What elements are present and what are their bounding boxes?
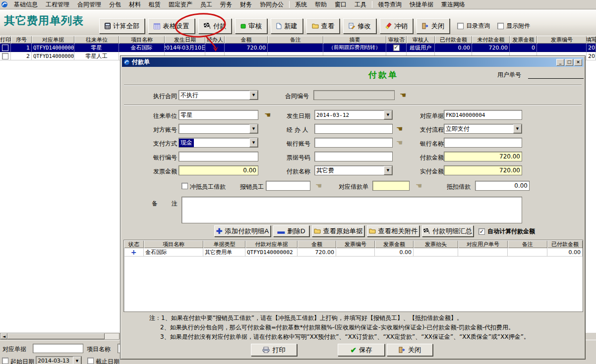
view-button[interactable]: 查看 [306,18,340,34]
column-header[interactable]: 对应用户单号 [458,240,508,248]
pay-button[interactable]: 付款 [198,18,232,34]
reverse-button[interactable]: 冲销 [380,18,413,34]
audit-checkbox[interactable] [393,45,400,51]
chevron-down-icon[interactable]: ▼ [384,110,392,119]
detail-row[interactable]: + 金石国际 其它费用单 QTFYD140000002 720.00 0.00 … [124,248,583,257]
pay-amount-input[interactable]: 720.00 [444,152,522,161]
end-date-checkbox[interactable] [87,358,94,364]
offset-loan-checkbox[interactable] [181,183,188,189]
new-button[interactable]: 新建 [271,18,303,34]
picker-hand-icon[interactable]: ☚ [400,92,406,99]
print-button[interactable]: 打印 [251,344,297,356]
close-icon[interactable]: × [574,59,582,66]
handler-input[interactable] [314,124,393,134]
column-header[interactable]: 付款对应单据 [245,240,298,248]
scrollbar-thumb[interactable] [7,333,105,339]
column-header[interactable]: 项目名称 [119,36,165,44]
menu-item[interactable]: 财务 [236,0,256,9]
column-header[interactable]: 发票编号 [336,240,375,248]
picker-hand-icon[interactable]: ☚ [396,125,403,133]
column-header[interactable]: 审核否 [386,36,407,44]
menu-item[interactable]: 租赁 [145,0,165,9]
dialog-close-button[interactable]: 关闭 [387,344,433,356]
invoice-amount-input[interactable]: 0.00 [179,165,258,175]
exec-contract-select[interactable]: 不执行 ▼ [179,90,258,100]
dialog-titlebar[interactable]: 付款单 _ □ × [122,57,584,67]
column-header[interactable]: 金额 [298,240,336,248]
close-button[interactable]: 关闭 [417,18,450,34]
column-header[interactable]: 摘要 [323,36,386,44]
bank-code-input[interactable] [179,152,258,161]
loan-doc-input[interactable] [372,181,410,191]
filter-doc-input[interactable] [33,344,83,353]
remark-textarea[interactable] [181,197,522,223]
column-header[interactable]: 序号 [11,36,32,44]
occur-date-select[interactable]: 2014-03-12 ▼ [314,110,393,120]
pay-name-select[interactable]: 其它费 ▼ [314,165,393,175]
menu-item[interactable]: 系统 [291,0,311,9]
restore-icon[interactable]: □ [565,59,573,66]
column-header[interactable]: 发票编号 [537,36,587,44]
dir-query-checkbox[interactable]: 目录查询 [457,18,490,34]
delete-detail-button[interactable]: ▬ 删除D [273,225,309,237]
column-header[interactable]: 单据类型 [203,240,245,248]
menu-item[interactable]: 材料 [125,0,145,9]
scroll-left-icon[interactable]: ◄ [0,333,7,339]
menu-item[interactable]: 帮助 [311,0,331,9]
bill-no-input[interactable] [314,152,393,161]
actual-amount-input[interactable]: 720.00 [444,165,522,175]
table-row[interactable]: 1 QTFYD140000002 零星 金石国际 2014年03月10日 720… [0,44,596,52]
auto-calc-checkbox[interactable]: 自动计算付款金额 [478,227,535,236]
view-attachment-button[interactable]: 查看相关附件 [367,225,419,237]
column-header[interactable]: 已付款金额 [435,36,472,44]
horizontal-scrollbar[interactable]: ◄ [0,333,119,340]
minimize-icon[interactable]: _ [556,59,564,66]
column-header[interactable]: 已付款金额 [547,240,583,248]
menu-item[interactable]: 员工 [196,0,216,9]
pay-method-select[interactable]: 现金 ▼ [179,138,258,148]
counter-account-select[interactable]: ▼ [179,124,258,134]
column-header[interactable]: 填写 [587,36,596,44]
deduct-loan-input[interactable]: 0.00 [475,181,530,191]
menu-item[interactable]: 基础信息 [10,0,42,9]
column-header[interactable]: 项目名称 [144,240,203,248]
start-date-select[interactable]: 2014-03-13 ▼ [36,356,82,364]
column-header[interactable]: 备注 [268,36,323,44]
chevron-down-icon[interactable]: ▼ [249,91,258,100]
menu-item[interactable]: 劳务 [216,0,236,9]
picker-hand-icon[interactable]: ☚ [396,139,403,147]
chevron-down-icon[interactable]: ▼ [513,124,522,133]
menu-item[interactable]: 工程管理 [42,0,73,9]
column-header[interactable]: 对应单据 [32,36,74,44]
column-header[interactable]: 发票金额 [375,240,414,248]
column-header[interactable]: 审核人 [407,36,435,44]
picker-hand-icon[interactable]: ☚ [416,182,422,190]
view-original-button[interactable]: 查看原始单据 [312,225,364,237]
ref-doc-input[interactable]: FKD140000004 [444,110,522,120]
chevron-down-icon[interactable]: ▼ [384,166,392,175]
menu-item[interactable]: 合同管理 [73,0,105,9]
menu-item[interactable]: 快捷单据 [406,0,437,9]
menu-item[interactable]: 固定资产 [165,0,196,9]
picker-hand-icon[interactable]: ☚ [264,111,271,119]
column-header[interactable]: 未付款金额 [472,36,510,44]
column-header[interactable]: 发票抬头 [414,240,458,248]
menu-item[interactable]: 分包 [105,0,125,9]
modify-button[interactable]: 修改 [343,18,376,34]
menu-item[interactable]: 工具 [351,0,370,9]
chevron-down-icon[interactable]: ▼ [73,357,81,364]
column-header[interactable]: 发生日期 [165,36,205,44]
vendor-input[interactable]: 零星 [179,110,258,120]
show-attachment-checkbox[interactable]: 显示附件 [497,18,530,34]
bank-name-input[interactable] [444,138,522,148]
menu-item[interactable]: 重连网络 [437,0,469,9]
column-header[interactable]: 备注 [508,240,547,248]
column-header[interactable]: 状态 [124,240,144,248]
print-checkbox[interactable] [2,45,8,51]
column-header[interactable]: 经办人 [205,36,225,44]
chevron-down-icon[interactable]: ▼ [249,138,258,147]
bank-account-input[interactable] [314,138,393,148]
audit-button[interactable]: 审核 [235,18,267,34]
calc-all-button[interactable]: 计算全部 [99,18,145,34]
menu-item[interactable]: 领导查询 [374,0,406,9]
